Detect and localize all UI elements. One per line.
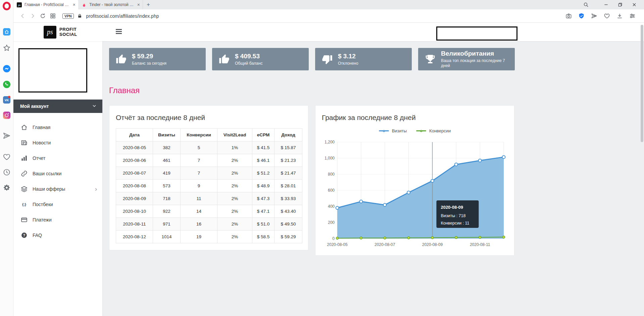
sidebar-item-nashi-offery[interactable]: Наши офферы› [13,181,102,197]
lock-icon[interactable] [76,12,84,20]
report-cell: $ 51.2 [252,167,275,180]
messenger-icon[interactable] [3,65,11,73]
brand-line1: PROFIT [59,27,77,32]
search-icon[interactable] [579,0,593,9]
report-cell: $ 47.3 [252,192,275,205]
stat-value: $ 59.29 [132,53,166,60]
layers-icon [21,186,28,192]
sidebar-item-glavnaya[interactable]: Главная [13,120,102,135]
card-icon [21,216,28,223]
report-cell: 2% [217,180,252,192]
chart-canvas[interactable]: 02004006008001,0001,2002020-08-052020-08… [322,137,508,249]
site-header: ps PROFIT SOCIAL [13,23,644,41]
chart-card: График за последние 8 дней ВизитыКонверс… [315,105,514,256]
sidebar-menu: ГлавнаяНовостиОтчетВаши ссылкиНаши оффер… [13,120,102,243]
sidebar-item-postbeki[interactable]: {;}Постбеки [13,197,102,212]
report-cell: 9 [181,180,217,192]
my-flow-icon[interactable] [3,132,11,140]
redacted-profile-box [18,48,87,92]
table-row: 2020-08-121014192%$ 58.5$ 59.29 [116,231,302,243]
report-cell: $ 33.93 [275,192,302,205]
stats-row: $ 59.29Баланс за сегодня$ 409.53Общий ба… [109,48,515,70]
scrollbar-thumb[interactable] [641,25,643,142]
address-bar-actions [564,11,640,21]
table-row: 2020-08-10922142%$ 47.1$ 43.40 [116,205,302,218]
send-icon[interactable] [590,11,598,21]
minimize-icon[interactable] [599,0,613,9]
opera-logo-icon[interactable] [2,2,11,10]
svg-text:?: ? [23,233,26,237]
menu-toggle-button[interactable] [115,27,123,36]
heart-icon[interactable] [3,153,11,161]
braces-icon: {;} [21,201,28,208]
sidebar-item-vashi-ssylki[interactable]: Ваши ссылки [13,166,102,181]
report-cell: 7 [181,167,217,180]
report-title: Отчёт за последние 8 дней [116,114,302,122]
tab-close-icon[interactable]: × [73,2,76,7]
report-column-header: Конверсии [181,129,217,141]
chart-tooltip: 2020-08-09Визиты : 718Конверсии : 11 [436,200,479,228]
forward-icon[interactable] [28,11,38,21]
bookmarks-star-icon[interactable] [3,44,11,52]
easy-setup-icon[interactable] [628,11,637,21]
settings-icon[interactable] [3,184,11,192]
browser-window: VK ps Главная - ProfitSocial Affil × Tin… [0,0,644,316]
reload-icon[interactable] [38,11,48,21]
table-row: 2020-08-0538251%$ 41.5$ 15.87 [116,141,302,154]
tab-close-icon[interactable]: × [137,2,140,7]
legend-item[interactable]: Визиты [379,128,407,133]
report-cell: 2020-08-05 [116,141,153,154]
stat-label: Баланс за сегодня [132,61,166,66]
report-cell: 2020-08-08 [116,180,153,192]
instagram-icon[interactable] [3,111,11,119]
site-sidebar: Мой аккаунт ГлавнаяНовостиОтчетВаши ссыл… [13,41,102,316]
stat-label: Ваша топ локация за последние 7 дней [441,58,510,68]
report-table: ДатаВизитыКонверсииVisit2LeadeCPMДоход20… [116,128,302,243]
history-icon[interactable] [3,168,11,176]
page-scrollbar[interactable] [641,24,643,315]
start-page-icon[interactable] [3,28,11,36]
svg-text:2020-08-11: 2020-08-11 [470,242,490,247]
sidebar-item-novosti[interactable]: Новости [13,135,102,150]
svg-text:{;}: {;} [22,202,27,206]
sidebar-item-otchet[interactable]: Отчет [13,150,102,166]
svg-text:2020-08-07: 2020-08-07 [375,242,395,247]
stat-card-3: ВеликобританияВаша топ локация за послед… [418,48,515,70]
url-field[interactable]: profitsocial.com/affiliates/index.php [86,13,159,19]
vk-icon[interactable]: VK [3,96,11,104]
snapshot-icon[interactable] [564,11,573,21]
account-menu-header[interactable]: Мой аккаунт [13,100,102,113]
back-icon[interactable] [17,11,28,21]
stat-label: Отклонено [338,61,358,66]
tab-tinder[interactable]: Tinder - твой золотой пот × [78,0,143,9]
restore-icon[interactable] [613,0,627,9]
stat-card-0: $ 59.29Баланс за сегодня [109,48,206,70]
profitsocial-favicon: ps [17,2,22,7]
vpn-badge[interactable]: VPN [62,13,74,19]
sidebar-item-platezhi[interactable]: Платежи [13,212,102,228]
svg-text:1,000: 1,000 [325,156,335,161]
link-icon [21,170,28,177]
download-icon[interactable] [615,11,624,21]
stash-heart-icon[interactable] [602,11,611,21]
whatsapp-icon[interactable] [3,80,11,88]
stat-value: $ 409.53 [235,53,262,60]
new-tab-button[interactable]: + [143,0,154,9]
report-cell: 19 [181,231,217,243]
svg-text:600: 600 [328,188,335,193]
table-header-row: ДатаВизитыКонверсииVisit2LeadeCPMДоход [116,129,302,141]
stat-value: Великобритания [441,50,510,57]
report-column-header: Дата [116,129,153,141]
tab-profitsocial[interactable]: ps Главная - ProfitSocial Affil × [13,0,78,9]
adblock-shield-icon[interactable] [577,11,586,21]
svg-text:Визиты : 718: Визиты : 718 [441,213,465,218]
close-icon[interactable] [627,0,641,9]
sidebar-item-faq[interactable]: ?FAQ [13,228,102,243]
report-cell: 2% [217,192,252,205]
speed-dial-icon[interactable] [48,11,58,21]
svg-text:2020-08-05: 2020-08-05 [327,242,348,247]
page-title: Главная [109,86,635,95]
legend-item[interactable]: Конверсии [416,128,451,133]
report-cell: 971 [153,218,181,231]
svg-text:0: 0 [332,236,335,241]
